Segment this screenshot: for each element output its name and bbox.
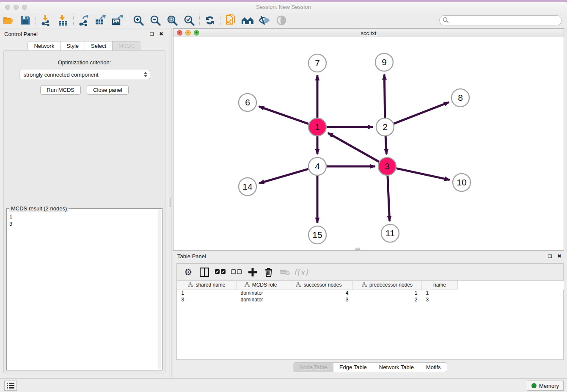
table-cell[interactable]: dominator xyxy=(237,296,285,303)
chevron-up-down-icon xyxy=(144,72,147,77)
column-header-predecessor-nodes[interactable]: predecessor nodes xyxy=(353,281,422,290)
delete-table-icon[interactable] xyxy=(278,265,292,279)
canvas-scrollbar-thumb[interactable] xyxy=(355,248,360,250)
edge-2-3[interactable] xyxy=(385,136,386,154)
table-cell[interactable]: 1 xyxy=(353,290,422,296)
edge-2-8[interactable] xyxy=(394,102,449,124)
run-mcds-button[interactable]: Run MCDS xyxy=(40,85,81,95)
graph-node-label: 3 xyxy=(385,161,390,171)
edge-2-9[interactable] xyxy=(384,75,385,118)
tab-network[interactable]: Network xyxy=(28,41,61,50)
result-scrollbar[interactable] xyxy=(158,210,161,369)
import-table-icon[interactable] xyxy=(55,13,72,28)
memory-status-icon xyxy=(531,383,537,388)
export-network-icon[interactable] xyxy=(75,13,92,28)
network-window-title: scc.txt xyxy=(173,30,564,36)
float-panel-icon[interactable]: ❏ xyxy=(149,30,155,37)
mcds-result-groupbox: MCDS result (2 nodes) 1 3 xyxy=(6,208,162,370)
export-image-icon[interactable] xyxy=(109,13,126,28)
table-cell[interactable]: dominator xyxy=(237,290,285,296)
show-all-networks-icon[interactable] xyxy=(239,13,256,28)
graph-node-label: 7 xyxy=(315,58,320,68)
show-hidden-icon[interactable] xyxy=(273,13,290,28)
table-tabs: Node Table Edge Table Network Table Moti… xyxy=(173,362,567,372)
select-all-icon[interactable] xyxy=(213,265,228,279)
zoom-out-icon[interactable] xyxy=(147,13,164,28)
memory-button[interactable]: Memory xyxy=(527,381,564,391)
edge-3-10[interactable] xyxy=(396,168,450,180)
zoom-in-icon[interactable] xyxy=(130,13,147,28)
table-row[interactable]: 1dominator411 xyxy=(177,290,564,296)
float-table-panel-icon[interactable]: ❏ xyxy=(547,253,553,259)
graph-node-label: 9 xyxy=(382,57,387,67)
control-panel: Control Panel ❏ ✖ Network Style Select M… xyxy=(0,28,169,378)
column-header-shared-name[interactable]: shared name xyxy=(177,281,237,290)
toolbar-separator xyxy=(220,14,220,27)
mcds-tab-content: Optimization criterion: strongly connect… xyxy=(3,50,165,373)
edge-3-1[interactable] xyxy=(328,133,379,162)
tab-motifs[interactable]: Motifs xyxy=(420,363,447,372)
column-header-MCDS-role[interactable]: MCDS role xyxy=(237,281,285,290)
select-none-icon[interactable] xyxy=(229,265,244,279)
status-bar: Memory xyxy=(0,378,567,392)
add-column-icon[interactable] xyxy=(245,265,260,279)
table-row[interactable]: 3dominator323 xyxy=(177,296,564,303)
refresh-layout-icon[interactable] xyxy=(201,13,218,28)
close-panel-icon[interactable]: ✖ xyxy=(158,30,165,37)
search-input[interactable] xyxy=(439,15,562,25)
column-header-successor-nodes[interactable]: successor nodes xyxy=(285,281,353,290)
save-session-icon[interactable] xyxy=(17,13,34,28)
titlebar: Session: New Session xyxy=(0,2,567,12)
table-cell[interactable]: 3 xyxy=(177,296,237,303)
table-cell[interactable]: 1 xyxy=(177,290,237,296)
graph-node-label: 6 xyxy=(245,97,250,107)
attribute-tree-icon xyxy=(245,282,250,287)
table-header-row[interactable]: shared nameMCDS rolesuccessor nodesprede… xyxy=(177,281,564,290)
criterion-dropdown[interactable]: strongly connected component xyxy=(19,70,150,79)
attribute-tree-icon xyxy=(296,282,301,287)
task-history-button[interactable] xyxy=(4,381,17,391)
panel-splitter[interactable] xyxy=(169,28,173,378)
search-field-container xyxy=(439,15,562,25)
column-layout-icon[interactable] xyxy=(197,265,212,279)
table-cell[interactable]: 3 xyxy=(285,296,353,303)
delete-column-icon[interactable] xyxy=(261,265,276,279)
function-builder-icon[interactable]: f(x) xyxy=(294,265,308,279)
optimization-criterion-label: Optimization criterion: xyxy=(4,59,165,66)
table-panel-title: Table Panel xyxy=(177,253,206,259)
edge-1-6[interactable] xyxy=(259,107,308,124)
graph-node-label: 14 xyxy=(242,182,253,191)
graph-node-label: 15 xyxy=(312,230,322,240)
edge-3-11[interactable] xyxy=(388,176,390,221)
export-table-icon[interactable] xyxy=(92,13,109,28)
mcds-result-title: MCDS result (2 nodes) xyxy=(9,205,69,212)
tab-mcds[interactable]: MCDS xyxy=(113,41,140,50)
tab-network-table[interactable]: Network Table xyxy=(373,363,420,372)
table-options-gear-icon[interactable]: ⚙ xyxy=(181,265,195,279)
hide-selected-icon[interactable] xyxy=(256,13,273,28)
tab-edge-table[interactable]: Edge Table xyxy=(333,363,373,372)
graph-node-label: 4 xyxy=(315,161,320,171)
table-cell[interactable]: 3 xyxy=(422,296,458,303)
table-cell[interactable]: 2 xyxy=(353,296,422,303)
attribute-tree-icon xyxy=(188,282,193,287)
import-network-icon[interactable] xyxy=(38,13,55,28)
column-header-name[interactable]: name xyxy=(422,281,458,290)
tab-node-table[interactable]: Node Table xyxy=(293,363,333,372)
splitter-grip[interactable] xyxy=(169,198,171,207)
table-cell[interactable]: 4 xyxy=(285,290,353,296)
network-canvas[interactable]: 7968124314101511 xyxy=(173,38,564,250)
table-cell[interactable]: 1 xyxy=(422,290,458,296)
edge-4-14[interactable] xyxy=(259,169,308,183)
zoom-selected-icon[interactable] xyxy=(181,13,198,28)
tab-style[interactable]: Style xyxy=(61,41,85,50)
close-table-panel-icon[interactable]: ✖ xyxy=(556,253,563,259)
zoom-fit-icon[interactable] xyxy=(164,13,181,28)
window-title: Session: New Session xyxy=(0,4,567,10)
copy-network-icon[interactable] xyxy=(222,13,239,28)
mcds-result-text[interactable]: 1 3 xyxy=(9,213,158,369)
list-menu-icon xyxy=(7,383,14,389)
tab-select[interactable]: Select xyxy=(85,41,113,50)
close-panel-button[interactable]: Close panel xyxy=(87,85,129,95)
open-file-icon[interactable] xyxy=(0,13,17,28)
